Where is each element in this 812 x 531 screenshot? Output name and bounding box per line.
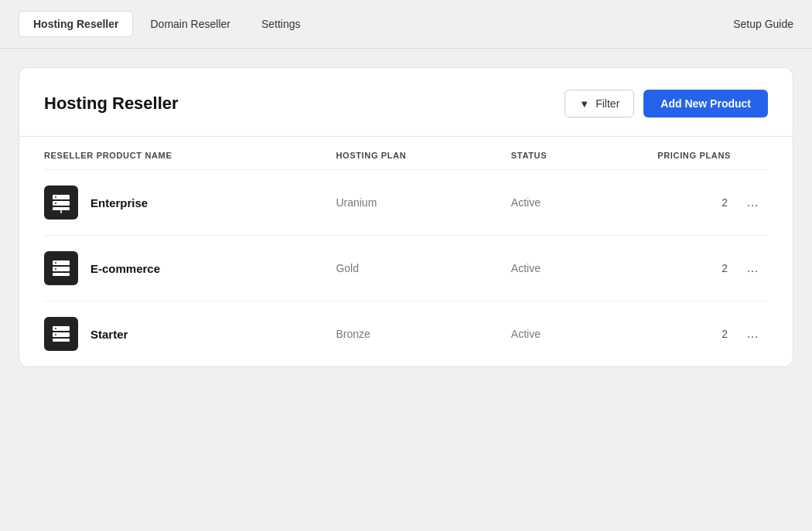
pricing-cell-starter: 2 … <box>651 324 768 344</box>
pricing-count-enterprise: 2 <box>722 196 728 209</box>
more-options-ecommerce[interactable]: … <box>740 258 765 278</box>
header-actions: ▼ Filter Add New Product <box>565 90 768 117</box>
col-header-pricing: PRICING PLANS <box>651 151 768 160</box>
svg-point-11 <box>55 268 56 270</box>
svg-point-4 <box>55 203 56 204</box>
main-content: Hosting Reseller ▼ Filter Add New Produc… <box>0 49 812 386</box>
table-row: Enterprise Uranium Active 2 … <box>44 170 768 236</box>
svg-rect-2 <box>53 207 70 210</box>
col-header-name: RESELLER PRODUCT NAME <box>44 151 336 160</box>
products-table: RESELLER PRODUCT NAME HOSTING PLAN STATU… <box>19 137 793 366</box>
svg-rect-14 <box>53 339 70 342</box>
svg-point-3 <box>55 196 56 198</box>
plan-enterprise: Uranium <box>336 196 510 209</box>
filter-button[interactable]: ▼ Filter <box>565 90 634 117</box>
filter-label: Filter <box>595 97 619 110</box>
pricing-count-starter: 2 <box>722 328 728 340</box>
pricing-cell-ecommerce: 2 … <box>651 258 768 278</box>
product-cell-starter: Starter <box>44 317 336 351</box>
svg-point-16 <box>55 334 56 335</box>
plan-starter: Bronze <box>336 328 510 340</box>
table-header: RESELLER PRODUCT NAME HOSTING PLAN STATU… <box>44 137 768 170</box>
product-name-starter: Starter <box>90 328 128 341</box>
product-icon-starter <box>44 317 78 351</box>
product-cell-ecommerce: E-commerce <box>44 251 336 285</box>
table-row: E-commerce Gold Active 2 … <box>44 236 768 301</box>
more-options-enterprise[interactable]: … <box>740 192 765 213</box>
setup-guide-link[interactable]: Setup Guide <box>733 18 793 30</box>
card-title: Hosting Reseller <box>44 94 179 114</box>
pricing-cell-enterprise: 2 … <box>651 192 768 213</box>
product-cell-enterprise: Enterprise <box>44 186 336 220</box>
product-icon-ecommerce <box>44 251 78 285</box>
top-navigation: Hosting Reseller Domain Reseller Setting… <box>0 0 812 49</box>
product-name-ecommerce: E-commerce <box>90 262 160 275</box>
status-ecommerce: Active <box>511 262 651 274</box>
tab-settings[interactable]: Settings <box>247 12 315 36</box>
tab-domain-reseller[interactable]: Domain Reseller <box>136 12 244 36</box>
tab-hosting-reseller[interactable]: Hosting Reseller <box>19 11 133 37</box>
pricing-count-ecommerce: 2 <box>722 262 728 274</box>
table-row: Starter Bronze Active 2 … <box>44 301 768 366</box>
product-icon-enterprise <box>44 186 78 220</box>
status-enterprise: Active <box>511 196 651 209</box>
hosting-reseller-card: Hosting Reseller ▼ Filter Add New Produc… <box>19 67 793 367</box>
plan-ecommerce: Gold <box>336 262 510 274</box>
more-options-starter[interactable]: … <box>740 324 765 344</box>
card-header: Hosting Reseller ▼ Filter Add New Produc… <box>19 68 793 137</box>
filter-icon: ▼ <box>579 98 589 110</box>
col-header-plan: HOSTING PLAN <box>336 151 510 160</box>
nav-tab-group: Hosting Reseller Domain Reseller Setting… <box>19 11 315 37</box>
status-starter: Active <box>511 328 651 340</box>
svg-rect-9 <box>53 273 70 276</box>
add-new-product-button[interactable]: Add New Product <box>643 90 768 117</box>
svg-point-15 <box>55 328 56 329</box>
product-name-enterprise: Enterprise <box>90 196 148 209</box>
col-header-status: STATUS <box>511 151 651 160</box>
svg-point-10 <box>55 262 56 264</box>
